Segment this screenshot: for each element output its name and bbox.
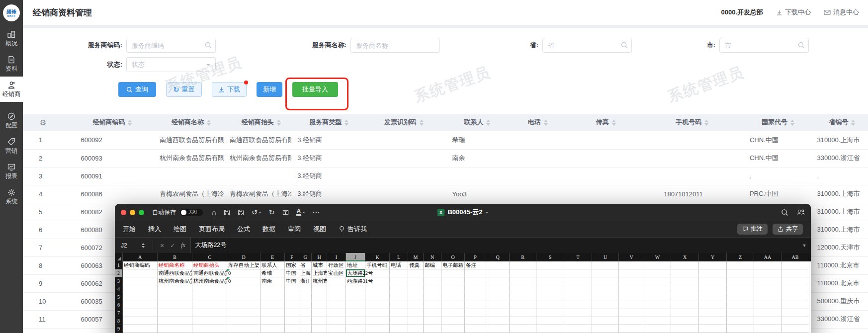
cell-E9[interactable] xyxy=(260,325,285,333)
cell-S8[interactable] xyxy=(536,317,564,325)
cell-H9[interactable] xyxy=(312,325,327,333)
cell-Z2[interactable] xyxy=(727,269,754,277)
cell-Z4[interactable] xyxy=(727,285,754,293)
cell-W1[interactable] xyxy=(644,261,671,269)
cell-reference[interactable]: J2 xyxy=(115,242,142,249)
cell-A5[interactable] xyxy=(123,293,158,301)
cell-Q9[interactable] xyxy=(486,325,510,333)
menu-告诉我[interactable]: 告诉我 xyxy=(339,225,367,234)
cell-T3[interactable] xyxy=(564,277,592,285)
col-header-U[interactable]: U xyxy=(592,253,619,261)
cellref-spinner[interactable] xyxy=(142,242,145,250)
cell-D2[interactable]: 0 xyxy=(227,269,260,277)
cell-X3[interactable] xyxy=(671,277,699,285)
cell-AB7[interactable] xyxy=(781,309,809,317)
cell-U5[interactable] xyxy=(592,293,619,301)
cell-P9[interactable] xyxy=(465,325,486,333)
cell-J5[interactable] xyxy=(346,293,365,301)
cell-Q3[interactable] xyxy=(486,277,510,285)
cell-T8[interactable] xyxy=(564,317,592,325)
cell-Y6[interactable] xyxy=(699,301,727,309)
cell-H6[interactable] xyxy=(312,301,327,309)
table-row[interactable]: 36000913.经销商.. xyxy=(23,167,868,185)
sidebar-item-报表[interactable]: 报表 xyxy=(0,159,23,184)
cell-R2[interactable] xyxy=(510,269,536,277)
cell-L1[interactable]: 电话 xyxy=(390,261,408,269)
cell-J8[interactable] xyxy=(346,317,365,325)
cell-W2[interactable] xyxy=(644,269,671,277)
cell-G9[interactable] xyxy=(299,325,312,333)
cell-Z7[interactable] xyxy=(727,309,754,317)
cell-Y9[interactable] xyxy=(699,325,727,333)
cell-V1[interactable] xyxy=(619,261,644,269)
cell-E4[interactable] xyxy=(260,285,285,293)
cell-X4[interactable] xyxy=(671,285,699,293)
col-header-H[interactable]: H xyxy=(312,253,327,261)
cell-V8[interactable] xyxy=(619,317,644,325)
cell-I6[interactable] xyxy=(327,301,346,309)
cell-C3[interactable]: 杭州南余食品贸易有限公司 xyxy=(192,277,227,285)
cell-X8[interactable] xyxy=(671,317,699,325)
cell-M4[interactable] xyxy=(408,285,424,293)
cell-U7[interactable] xyxy=(592,309,619,317)
cell-A6[interactable] xyxy=(123,301,158,309)
cell-W9[interactable] xyxy=(644,325,671,333)
cell-J6[interactable] xyxy=(346,301,365,309)
column-header[interactable]: 国家代号 xyxy=(744,114,811,131)
cell-G5[interactable] xyxy=(299,293,312,301)
col-header-S[interactable]: S xyxy=(536,253,564,261)
formula-input[interactable]: 大场路22号 xyxy=(190,238,798,253)
cell-G1[interactable]: 省 xyxy=(299,261,312,269)
sidebar-item-系统[interactable]: 系统 xyxy=(0,184,23,209)
cell-M2[interactable] xyxy=(408,269,424,277)
cell-O4[interactable] xyxy=(441,285,465,293)
minimize-window-button[interactable] xyxy=(130,210,135,215)
column-header[interactable]: 经销商编码 xyxy=(75,114,154,131)
cell-U2[interactable] xyxy=(592,269,619,277)
save-as-icon[interactable] xyxy=(238,209,244,216)
cell-C8[interactable] xyxy=(192,317,227,325)
cell-J1[interactable]: 地址 xyxy=(346,261,365,269)
cell-L5[interactable] xyxy=(390,293,408,301)
cell-F7[interactable] xyxy=(285,309,299,317)
autosave-toggle[interactable]: 关闭 xyxy=(180,209,203,216)
cell-R1[interactable] xyxy=(510,261,536,269)
cell-T7[interactable] xyxy=(564,309,592,317)
cell-E8[interactable] xyxy=(260,317,285,325)
col-header-E[interactable]: E xyxy=(260,253,285,261)
cell-Q8[interactable] xyxy=(486,317,510,325)
cell-I7[interactable] xyxy=(327,309,346,317)
cell-E1[interactable]: 联系人 xyxy=(260,261,285,269)
column-header[interactable]: 发票识别码 xyxy=(366,114,446,131)
cell-S7[interactable] xyxy=(536,309,564,317)
col-header-G[interactable]: G xyxy=(299,253,312,261)
cell-K4[interactable] xyxy=(365,285,390,293)
cell-K1[interactable]: 手机号码 xyxy=(365,261,390,269)
status-select[interactable]: 状态 xyxy=(126,57,216,72)
cell-D3[interactable]: 0 xyxy=(227,277,260,285)
cell-Q2[interactable] xyxy=(486,269,510,277)
cell-G4[interactable] xyxy=(299,285,312,293)
table-settings-column[interactable]: ⚙ xyxy=(23,114,75,131)
cell-X7[interactable] xyxy=(671,309,699,317)
col-header-D[interactable]: D xyxy=(227,253,260,261)
cell-O7[interactable] xyxy=(441,309,465,317)
service-code-input[interactable] xyxy=(126,38,216,53)
column-header[interactable]: 服务商类型 xyxy=(291,114,366,131)
cell-U8[interactable] xyxy=(592,317,619,325)
cell-M9[interactable] xyxy=(408,325,424,333)
cell-V3[interactable] xyxy=(619,277,644,285)
cell-X1[interactable] xyxy=(671,261,699,269)
cell-A8[interactable] xyxy=(123,317,158,325)
cell-G8[interactable] xyxy=(299,317,312,325)
menu-开始[interactable]: 开始 xyxy=(123,225,136,234)
switch-windows-icon[interactable] xyxy=(282,209,289,216)
cell-H4[interactable] xyxy=(312,285,327,293)
cell-I9[interactable] xyxy=(327,325,346,333)
cell-S1[interactable] xyxy=(536,261,564,269)
cell-C7[interactable] xyxy=(192,309,227,317)
cell-H1[interactable]: 城市 xyxy=(312,261,327,269)
province-input[interactable] xyxy=(542,38,632,53)
cell-L8[interactable] xyxy=(390,317,408,325)
row-header-9[interactable]: 9 xyxy=(115,325,123,333)
